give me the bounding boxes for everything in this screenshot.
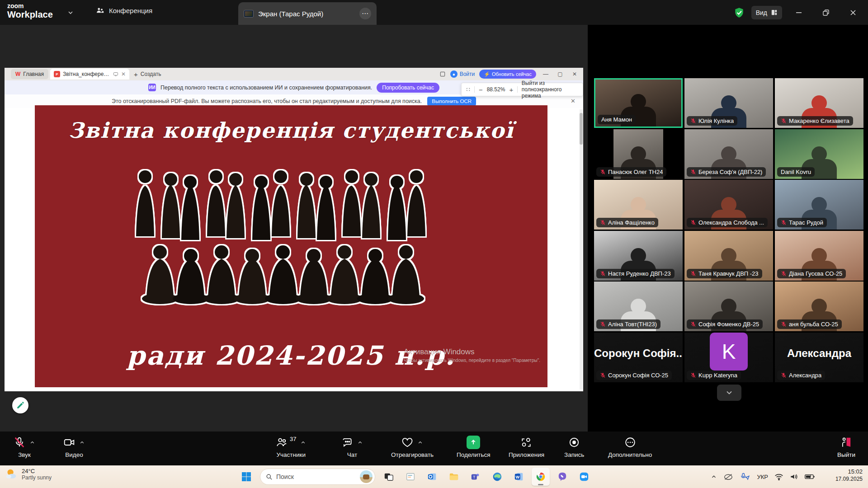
volume-icon[interactable] — [790, 473, 798, 480]
react-icon — [401, 436, 413, 448]
toolbar-more-button[interactable]: Дополнительно — [608, 435, 652, 458]
wps-close-icon[interactable]: ✕ — [570, 71, 580, 77]
run-ocr-button[interactable]: Выполнить OCR — [427, 97, 476, 106]
brand-line2: Workplace — [7, 10, 53, 19]
taskbar-clock[interactable]: 15:02 17.09.2025 — [835, 468, 863, 482]
mic-location-icon[interactable] — [740, 473, 750, 481]
security-shield-icon[interactable] — [733, 7, 745, 19]
taskbar-search[interactable]: Поиск — [260, 469, 375, 485]
taskbar-app-viber[interactable] — [553, 468, 571, 486]
tab-screen-share[interactable]: Экран (Тарас Рудой) ⋯ — [238, 2, 377, 25]
chevron-up-icon[interactable] — [29, 440, 35, 446]
weather-widget[interactable]: 24°C Partly sunny — [5, 467, 52, 481]
wps-document-tab[interactable]: P Звітна_конференція_студен... ✕ — [50, 69, 129, 80]
zoom-in-icon[interactable]: + — [509, 86, 513, 94]
restore-button[interactable] — [816, 0, 836, 25]
participant-tile[interactable]: KKupp Kateryna — [684, 333, 773, 382]
toolbar-share-button[interactable]: Поделиться — [457, 435, 491, 458]
participant-tile[interactable]: Таня Кравчук ДВП -23 — [684, 231, 773, 281]
taskbar-app-task-view[interactable] — [380, 468, 398, 486]
tray-chevron-icon[interactable] — [711, 474, 717, 480]
wps-maximize-icon[interactable]: ▢ — [555, 71, 565, 77]
wps-update-button[interactable]: ⚡ Обновить сейчас — [479, 70, 536, 79]
taskbar-app-whiteboard[interactable] — [401, 468, 420, 486]
taskbar-app-explorer[interactable] — [445, 468, 463, 486]
wps-office-window: W Главная P Звітна_конференція_студен...… — [5, 68, 583, 391]
toolbar-audio-button[interactable]: Звук — [14, 435, 35, 458]
toolbar-label: Отреагировать — [391, 451, 434, 458]
language-indicator[interactable]: УКР — [757, 474, 768, 480]
wps-logo-icon: W — [15, 71, 20, 77]
plus-icon: + — [134, 70, 138, 78]
view-button[interactable]: Вид — [751, 6, 782, 19]
toolbar-participants-button[interactable]: 37Участники — [276, 435, 306, 458]
participant-tile[interactable]: Danil Kovru — [775, 129, 863, 179]
zoom-out-icon[interactable]: − — [479, 86, 483, 94]
taskbar-app-word[interactable]: W — [510, 468, 528, 486]
try-now-button[interactable]: Попробовать сейчас — [377, 83, 439, 93]
close-doc-icon[interactable]: ✕ — [121, 71, 126, 77]
start-button[interactable] — [237, 468, 255, 486]
participant-tile[interactable]: АлександраАлександра — [775, 333, 863, 382]
toolbar-record-button[interactable]: Запись — [564, 435, 584, 458]
wifi-icon[interactable] — [774, 474, 783, 480]
participant-tile[interactable]: Сорокун Софія...Сорокун Софія СО-25 — [594, 333, 683, 382]
taskbar-app-chrome[interactable] — [532, 468, 550, 486]
taskbar-app-teams[interactable]: T — [467, 468, 485, 486]
chevron-up-icon[interactable] — [357, 440, 363, 446]
participant-tile[interactable]: Аліна Товт(ТНІ23) — [594, 282, 683, 331]
more-icon — [624, 436, 636, 448]
cast-icon — [113, 71, 118, 77]
pdf-scrollbar-thumb[interactable] — [580, 113, 583, 145]
participant-tile[interactable]: Макаренко Єлизавета — [775, 78, 863, 128]
more-participants-button[interactable] — [717, 385, 741, 401]
participant-name-label: Діана Гусєва СО-25 — [777, 269, 846, 278]
chevron-up-icon[interactable] — [300, 440, 306, 446]
brand-chevron-down-icon[interactable] — [67, 9, 74, 16]
tab-conference[interactable]: Конференция — [96, 6, 152, 15]
mic-muted-icon — [690, 169, 696, 175]
mic-muted-icon — [781, 220, 787, 225]
battery-icon[interactable] — [805, 474, 815, 480]
taskbar-app-edge[interactable] — [488, 468, 506, 486]
participant-tile[interactable]: Юлія Кулінка — [684, 78, 773, 128]
toolbar-video-button[interactable]: Видео — [63, 435, 85, 458]
minimize-button[interactable] — [788, 0, 809, 25]
participant-tile[interactable]: Софія Фоменко ДВ-25 — [684, 282, 773, 331]
window-icon[interactable] — [439, 71, 446, 77]
participant-tile[interactable]: Діана Гусєва СО-25 — [775, 231, 863, 281]
wps-minimize-icon[interactable]: — — [541, 71, 551, 77]
participant-tile[interactable]: Настя Руденко ДВП-23 — [594, 231, 683, 281]
tab-screen-label: Экран (Тарас Рудой) — [258, 10, 323, 18]
chevron-up-icon[interactable] — [417, 440, 423, 446]
wps-new-tab-button[interactable]: + Создать — [134, 70, 161, 78]
wps-home-tab[interactable]: W Главная — [11, 69, 48, 79]
chevron-up-icon[interactable] — [79, 440, 85, 446]
participant-name-label: Таня Кравчук ДВП -23 — [687, 269, 762, 278]
exit-fullscreen-button[interactable]: Выйти из полноэкранного режима — [522, 80, 578, 99]
participant-name-label: Панасюк Олег ТН24 — [596, 167, 666, 177]
weather-icon — [5, 467, 18, 481]
participant-tile[interactable]: Береза Соф'я (ДВП-22) — [684, 129, 773, 179]
taskbar-app-zoom[interactable] — [575, 468, 593, 486]
participant-tile[interactable]: Аня Мамон — [594, 78, 683, 128]
onedrive-offline-icon[interactable] — [723, 473, 733, 480]
toolbar-chat-button[interactable]: Чат — [341, 435, 363, 458]
toolbar-apps-button[interactable]: Приложения — [509, 435, 544, 458]
toolbar-react-button[interactable]: Отреагировать — [391, 435, 434, 458]
participant-tile[interactable]: Панасюк Олег ТН24 — [594, 129, 683, 179]
mic-muted-icon — [690, 372, 696, 378]
wps-signin-button[interactable]: ● Войти — [450, 70, 475, 78]
tab-more-options-icon[interactable]: ⋯ — [359, 8, 371, 19]
close-button[interactable] — [843, 0, 863, 25]
annotate-pencil-button[interactable] — [12, 397, 28, 413]
pdf-scrollbar[interactable] — [580, 109, 583, 389]
leave-meeting-button[interactable]: Выйти — [837, 435, 855, 458]
participant-tile[interactable]: Тарас Рудой — [775, 180, 863, 230]
fit-screen-icon[interactable] — [466, 86, 470, 93]
participant-tile[interactable]: Олександра Слобода ... — [684, 180, 773, 230]
participant-tile[interactable]: аня бульба СО-25 — [775, 282, 863, 331]
participant-tile[interactable]: Аліна Фащіленко — [594, 180, 683, 230]
taskbar-app-outlook[interactable] — [423, 468, 441, 486]
svg-text:T: T — [473, 475, 475, 479]
